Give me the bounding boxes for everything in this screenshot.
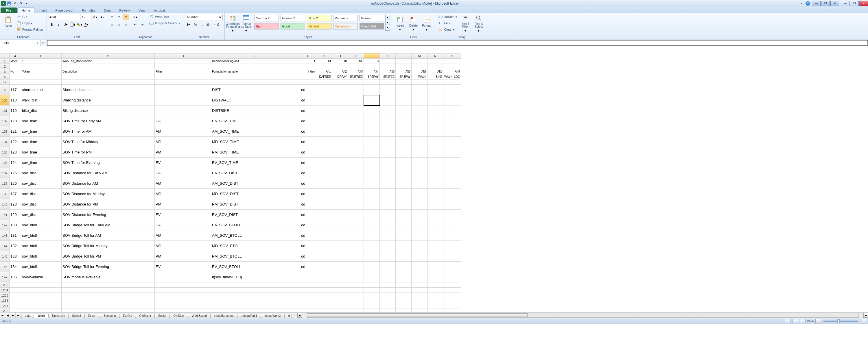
cell[interactable]	[428, 64, 443, 69]
cell[interactable]: Alt2	[332, 69, 348, 74]
cell[interactable]	[443, 199, 461, 210]
shrink-font-icon[interactable]: A▾	[99, 14, 105, 20]
cell[interactable]	[443, 261, 461, 272]
cell[interactable]	[428, 199, 443, 210]
cell[interactable]: EA_SOV_TIME	[211, 116, 300, 126]
cell[interactable]: sov_btoll	[21, 251, 62, 261]
cell[interactable]	[348, 116, 364, 126]
cell[interactable]: Shortest distance	[62, 85, 155, 95]
cell[interactable]	[411, 64, 428, 69]
cell[interactable]	[364, 189, 380, 199]
cell[interactable]	[396, 298, 411, 303]
cell[interactable]: PM	[155, 199, 211, 210]
cell[interactable]	[380, 293, 396, 298]
cell[interactable]	[364, 85, 380, 95]
cell[interactable]: EA	[155, 168, 211, 178]
tab-next-icon[interactable]: ▶	[10, 312, 16, 318]
cell[interactable]	[380, 288, 396, 293]
sheet-tab[interactable]: Work	[34, 314, 49, 318]
cell[interactable]: bike_dist	[21, 105, 62, 116]
cell[interactable]	[380, 230, 396, 241]
cell[interactable]: sov_dist	[21, 189, 62, 199]
cell[interactable]	[443, 95, 461, 105]
cell[interactable]	[211, 303, 300, 308]
style-cell[interactable]: Neutral	[307, 23, 332, 30]
cell[interactable]	[443, 147, 461, 158]
cell[interactable]	[428, 147, 443, 158]
cell[interactable]: t	[300, 59, 316, 64]
cell[interactable]	[332, 199, 348, 210]
cell[interactable]: 129	[9, 210, 21, 220]
col-header[interactable]: F	[300, 54, 316, 59]
app-minimize-button[interactable]: —	[841, 1, 849, 6]
cell[interactable]: SOV Distance for Evening	[62, 210, 155, 220]
cell[interactable]	[443, 137, 461, 147]
cell[interactable]	[443, 105, 461, 116]
cell[interactable]	[316, 126, 332, 137]
cell[interactable]	[316, 199, 332, 210]
col-header[interactable]: C	[62, 54, 155, 59]
cell[interactable]: sov_dist	[21, 210, 62, 220]
bold-icon[interactable]: B	[49, 21, 55, 28]
cell[interactable]: PM	[155, 147, 211, 158]
cell[interactable]	[62, 308, 155, 312]
cell[interactable]: Filter	[155, 69, 211, 74]
cell[interactable]	[9, 303, 21, 308]
cell[interactable]	[428, 210, 443, 220]
cell[interactable]	[364, 288, 380, 293]
style-cell[interactable]: Normal	[360, 15, 384, 21]
cell[interactable]	[443, 210, 461, 220]
cell[interactable]	[332, 158, 348, 168]
row-header[interactable]: 145	[0, 251, 9, 261]
cell[interactable]: MD_SOV_BTOLL	[211, 241, 300, 251]
delete-cells-button[interactable]: Delete▾	[407, 14, 420, 33]
cell[interactable]: SOV Bridge Toll for PM	[62, 251, 155, 261]
format-painter-button[interactable]: Format Painter	[15, 27, 45, 32]
cell[interactable]	[411, 241, 428, 251]
row-header[interactable]: 133	[0, 126, 9, 137]
cell[interactable]	[411, 116, 428, 126]
cell[interactable]	[443, 189, 461, 199]
row-header[interactable]: 137	[0, 168, 9, 178]
cell[interactable]: sov_time	[21, 137, 62, 147]
cell[interactable]	[348, 95, 364, 105]
cell[interactable]	[443, 158, 461, 168]
cell[interactable]: od	[300, 168, 316, 178]
worksheet-grid[interactable]: ABCDEFGHIJKLMNO1Model1WorkTrip_ModeChoic…	[0, 53, 868, 312]
cell[interactable]	[380, 241, 396, 251]
cell[interactable]	[380, 137, 396, 147]
cell[interactable]: SOV Time for Evening	[62, 158, 155, 168]
cell[interactable]: sov_time	[21, 158, 62, 168]
cell[interactable]: No	[9, 69, 21, 74]
border-icon[interactable]: ▾	[69, 21, 76, 28]
cell[interactable]: od	[300, 210, 316, 220]
cell[interactable]	[428, 272, 443, 282]
col-header[interactable]: I	[348, 54, 364, 59]
cell[interactable]: Alt9	[443, 69, 461, 74]
cell[interactable]: 128	[9, 199, 21, 210]
cell[interactable]	[316, 147, 332, 158]
cell[interactable]	[316, 282, 332, 288]
cell[interactable]	[380, 116, 396, 126]
row-header[interactable]: 4	[0, 74, 9, 80]
cell[interactable]	[348, 105, 364, 116]
cell[interactable]	[21, 282, 62, 288]
align-top-icon[interactable]: ≡	[109, 14, 115, 20]
cell[interactable]	[62, 282, 155, 288]
cell[interactable]: 130	[9, 220, 21, 230]
cell[interactable]	[155, 85, 211, 95]
cell[interactable]	[211, 288, 300, 293]
cell[interactable]	[62, 303, 155, 308]
sort-filter-button[interactable]: Sort & Filter▾	[459, 14, 472, 33]
cell[interactable]: 18	[332, 59, 348, 64]
cell[interactable]	[411, 293, 428, 298]
ribbon-tab-home[interactable]: Home	[18, 7, 34, 13]
cell[interactable]: 132	[9, 241, 21, 251]
cell[interactable]: Model	[9, 59, 21, 64]
cell[interactable]	[443, 282, 461, 288]
fill-button[interactable]: Fill ▾	[437, 20, 459, 26]
orientation-icon[interactable]: ⤭▾	[132, 14, 138, 20]
tab-prev-icon[interactable]: ◀	[5, 312, 10, 318]
cell[interactable]	[211, 282, 300, 288]
cell[interactable]: 133	[9, 251, 21, 261]
